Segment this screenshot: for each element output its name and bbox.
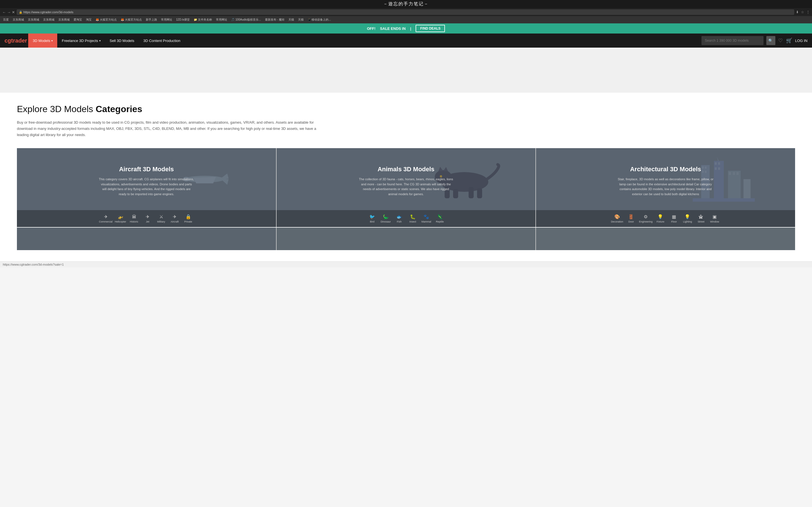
bookmark-item[interactable]: 京东商城: [11, 17, 26, 22]
bookmark-item[interactable]: 常用网址: [214, 17, 229, 22]
bookmark-item[interactable]: 🦊 火狐官方站点: [94, 17, 118, 22]
svg-rect-9: [477, 188, 482, 198]
subcat-fish[interactable]: 🐟 Fish: [393, 213, 405, 224]
category-card-animals[interactable]: Animals 3D Models The collection of 3D f…: [276, 148, 536, 227]
subcat-fixture[interactable]: 💡 Fixture: [654, 213, 666, 224]
subcat-engineering[interactable]: ⚙ Engineering: [638, 213, 653, 224]
bookmark-item[interactable]: 🦊 火狐官方站点: [119, 17, 143, 22]
card-title-animals: Animals 3D Models: [377, 166, 435, 173]
card-content-architectural: Architectural 3D Models Stair, fireplace…: [536, 148, 795, 210]
promo-off-text: OFF!: [367, 26, 375, 31]
bottom-card-2[interactable]: [276, 228, 536, 250]
bottom-card-1[interactable]: [17, 228, 276, 250]
floor-icon: ▦: [672, 214, 676, 219]
bookmark-item[interactable]: 百度: [2, 17, 10, 22]
card-desc-architectural: Stair, fireplace, 3D models as well as d…: [618, 177, 714, 196]
find-deals-button[interactable]: FIND DEALS: [416, 25, 445, 32]
download-icon[interactable]: ⬇: [796, 10, 799, 14]
promo-separator: |: [410, 26, 411, 31]
card-title-architectural: Architectural 3D Models: [630, 166, 701, 173]
wishlist-icon[interactable]: ♡: [778, 38, 783, 44]
svg-rect-29: [744, 179, 751, 199]
subcat-door[interactable]: 🚪 Door: [625, 213, 637, 224]
subcat-bird[interactable]: 🐦 Bird: [366, 213, 378, 224]
bookmark-item[interactable]: 📁 文件夹名称: [192, 17, 213, 22]
subcat-dinosaur[interactable]: 🦕 Dinosaur: [379, 213, 392, 224]
nav-icons: ♡ 🛒: [778, 38, 792, 44]
categories-grid: Aircraft 3D Models This category covers …: [17, 148, 795, 227]
subcat-historic[interactable]: 🏛 Historic: [128, 213, 140, 224]
promo-sale-ends: SALE ENDS IN: [380, 26, 406, 31]
svg-rect-8: [469, 187, 474, 198]
bookmark-item[interactable]: 京东商城: [42, 17, 56, 22]
svg-rect-15: [702, 166, 704, 169]
svg-marker-2: [221, 173, 229, 180]
nav-item-freelance[interactable]: Freelance 3D Projects ▾: [57, 34, 105, 48]
bookmark-item[interactable]: 新手上路: [144, 17, 158, 22]
login-button[interactable]: LOG IN: [795, 39, 808, 43]
svg-rect-18: [705, 171, 707, 173]
bookmark-item[interactable]: 京东商城: [57, 17, 71, 22]
subcat-floor[interactable]: ▦ Floor: [668, 213, 680, 224]
subcat-insect[interactable]: 🐛 Insect: [407, 213, 419, 224]
bookmark-item[interactable]: 京东商城: [27, 17, 41, 22]
svg-rect-20: [715, 162, 717, 165]
nav-search-area: 🔍 ♡ 🛒 LOG IN: [702, 36, 808, 45]
mammal-icon: 🐾: [423, 214, 429, 219]
svg-rect-22: [715, 167, 717, 170]
close-button[interactable]: ✕: [12, 10, 15, 14]
nav-item-sell[interactable]: Sell 3D Models: [105, 34, 139, 48]
subcat-jet[interactable]: ✈ Jet: [142, 213, 154, 224]
back-button[interactable]: ←: [2, 10, 6, 14]
forward-button[interactable]: →: [7, 10, 11, 14]
browser-nav-buttons[interactable]: ← → ✕: [2, 10, 15, 14]
subcat-mammal[interactable]: 🐾 Mammal: [420, 213, 433, 224]
subcat-private[interactable]: 🔒 Private: [182, 213, 195, 224]
subcat-helicopter[interactable]: 🚁 Helicopter: [114, 213, 127, 224]
nav-item-3d-models[interactable]: 3D Models ▾: [28, 34, 57, 48]
nav-item-content-production[interactable]: 3D Content Production: [139, 34, 185, 48]
subcat-military[interactable]: ⚔ Military: [155, 213, 167, 224]
main-nav: cgtrader 3D Models ▾ Freelance 3D Projec…: [0, 34, 812, 48]
chinese-title: －遊忘的手力笔记－: [0, 0, 812, 8]
fixture-icon: 💡: [658, 214, 663, 219]
url-bar[interactable]: 🔒 https://www.cgtrader.com/3d-models: [17, 9, 794, 15]
svg-marker-11: [439, 167, 443, 171]
card-footer-architectural: 🎨 Decoration 🚪 Door ⚙ Engineering 💡 Fixt…: [536, 210, 795, 227]
subcat-lighting[interactable]: 💡 Lighting: [681, 213, 694, 224]
bookmark-item[interactable]: 📱 移动设备上的...: [306, 17, 333, 22]
bookmark-item[interactable]: 爱淘宝: [72, 17, 84, 22]
bookmark-item[interactable]: 常用网址: [160, 17, 174, 22]
bottom-card-3[interactable]: [536, 228, 795, 250]
subcat-aircraft[interactable]: ✈ Aircraft: [168, 213, 181, 224]
svg-marker-1: [193, 177, 216, 183]
subcat-decoration[interactable]: 🎨 Decoration: [610, 213, 624, 224]
bookmark-item[interactable]: 12D.tv课堂: [175, 17, 192, 22]
cart-icon[interactable]: 🛒: [786, 38, 792, 44]
bookmark-item[interactable]: 天猫: [287, 17, 296, 22]
window-icon: ▣: [712, 214, 717, 219]
dropdown-arrow-freelance: ▾: [99, 39, 101, 42]
bookmark-item[interactable]: 最新发布 - 魔转: [264, 17, 286, 22]
bookmark-icon[interactable]: ☆: [801, 10, 804, 14]
svg-rect-27: [733, 172, 735, 175]
subcat-commercial[interactable]: ✈ Commercial: [98, 213, 113, 224]
commercial-icon: ✈: [104, 214, 108, 219]
bookmark-item[interactable]: 天猫: [297, 17, 305, 22]
more-icon[interactable]: ⋮: [806, 10, 810, 14]
site-logo[interactable]: cgtrader: [4, 38, 27, 44]
subcat-street[interactable]: 🛣 Street: [695, 213, 707, 224]
bookmark-item[interactable]: 🎵 100Audio版权音乐...: [230, 17, 262, 22]
svg-marker-24: [717, 157, 719, 161]
card-footer-animals: 🐦 Bird 🦕 Dinosaur 🐟 Fish 🐛 Insect 🐾: [276, 210, 536, 227]
subcat-reptile[interactable]: 🦎 Reptile: [434, 213, 446, 224]
category-card-architectural[interactable]: Architectural 3D Models Stair, fireplace…: [536, 148, 795, 227]
search-button[interactable]: 🔍: [766, 36, 775, 45]
search-input[interactable]: [702, 36, 763, 45]
subcat-window[interactable]: ▣ Window: [708, 213, 721, 224]
svg-rect-21: [718, 162, 720, 165]
svg-rect-16: [705, 166, 707, 169]
svg-rect-19: [714, 161, 724, 199]
category-card-aircraft[interactable]: Aircraft 3D Models This category covers …: [17, 148, 276, 227]
bookmark-item[interactable]: 淘宝: [85, 17, 93, 22]
